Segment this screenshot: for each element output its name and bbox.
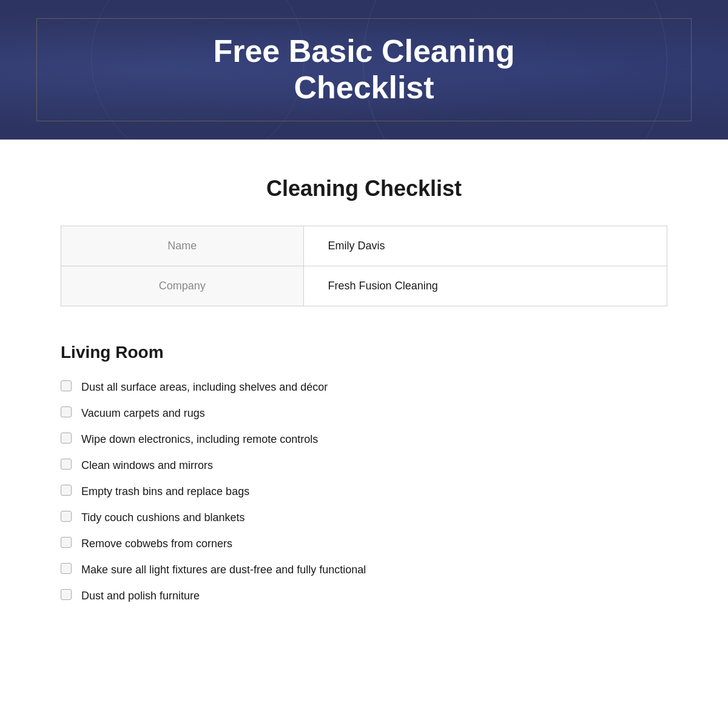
info-value: Fresh Fusion Cleaning — [303, 266, 667, 306]
checkbox-icon[interactable] — [61, 589, 72, 600]
checklist-item-text: Empty trash bins and replace bags — [81, 484, 249, 500]
list-item: Empty trash bins and replace bags — [61, 479, 667, 505]
list-item: Dust all surface areas, including shelve… — [61, 374, 667, 400]
checkbox-icon[interactable] — [61, 380, 72, 391]
checkbox-icon[interactable] — [61, 511, 72, 522]
checkbox-icon[interactable] — [61, 459, 72, 470]
section-title: Cleaning Checklist — [61, 176, 667, 201]
checkbox-icon[interactable] — [61, 485, 72, 496]
checkbox-icon[interactable] — [61, 537, 72, 548]
checkbox-icon[interactable] — [61, 433, 72, 443]
list-item: Make sure all light fixtures are dust-fr… — [61, 557, 667, 583]
room-title: Living Room — [61, 343, 667, 362]
main-content: Cleaning Checklist Name Emily Davis Comp… — [0, 140, 728, 664]
info-value: Emily Davis — [303, 226, 667, 266]
checklist-item-text: Dust and polish furniture — [81, 588, 200, 604]
checklist-item-text: Make sure all light fixtures are dust-fr… — [81, 562, 366, 578]
info-label: Company — [61, 266, 304, 306]
page-header: Free Basic Cleaning Checklist — [0, 0, 728, 140]
room-section-living-room: Living Room Dust all surface areas, incl… — [61, 343, 667, 609]
checkbox-icon[interactable] — [61, 563, 72, 574]
list-item: Dust and polish furniture — [61, 583, 667, 609]
list-item: Tidy couch cushions and blankets — [61, 505, 667, 531]
checklist-item-text: Vacuum carpets and rugs — [81, 405, 205, 422]
checklist-item-text: Remove cobwebs from corners — [81, 536, 232, 552]
checklist-item-text: Clean windows and mirrors — [81, 457, 213, 474]
list-item: Clean windows and mirrors — [61, 453, 667, 479]
page-title: Free Basic Cleaning Checklist — [91, 9, 637, 130]
checklist: Dust all surface areas, including shelve… — [61, 374, 667, 609]
checklist-item-text: Wipe down electronics, including remote … — [81, 431, 318, 448]
list-item: Wipe down electronics, including remote … — [61, 426, 667, 453]
checklist-item-text: Tidy couch cushions and blankets — [81, 510, 245, 526]
info-table: Name Emily Davis Company Fresh Fusion Cl… — [61, 226, 667, 306]
checklist-item-text: Dust all surface areas, including shelve… — [81, 379, 328, 396]
checkbox-icon[interactable] — [61, 406, 72, 417]
list-item: Remove cobwebs from corners — [61, 531, 667, 557]
info-label: Name — [61, 226, 304, 266]
info-table-row: Company Fresh Fusion Cleaning — [61, 266, 667, 306]
list-item: Vacuum carpets and rugs — [61, 400, 667, 426]
info-table-row: Name Emily Davis — [61, 226, 667, 266]
